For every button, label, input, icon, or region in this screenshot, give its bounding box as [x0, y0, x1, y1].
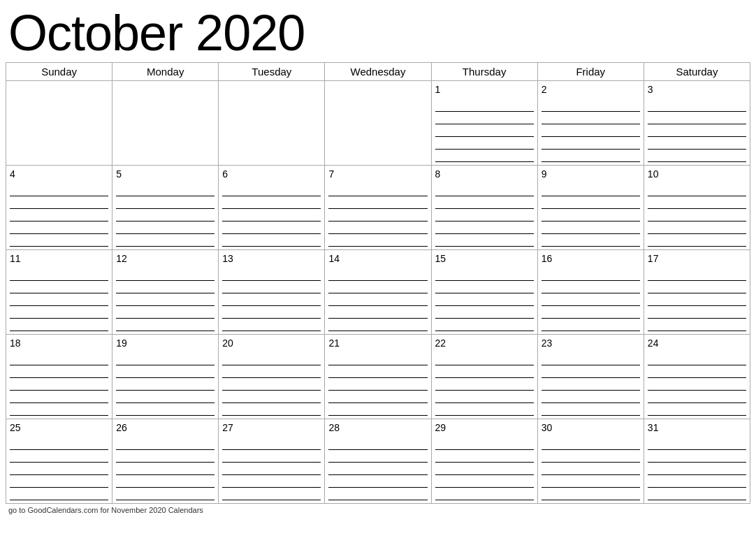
writing-line	[648, 306, 746, 319]
day-lines	[541, 184, 640, 247]
writing-line	[116, 475, 215, 488]
table-row[interactable]: 13	[219, 250, 325, 335]
table-row[interactable]: 24	[644, 335, 750, 419]
writing-line	[435, 391, 534, 403]
day-lines	[541, 437, 640, 500]
table-row[interactable]: 23	[537, 335, 644, 419]
writing-line	[541, 234, 640, 247]
writing-line	[10, 306, 108, 319]
writing-line	[10, 403, 108, 416]
table-row[interactable]: 10	[644, 166, 750, 250]
table-row[interactable]: 4	[6, 166, 112, 250]
table-row[interactable]: 19	[112, 335, 219, 419]
writing-line	[116, 196, 215, 209]
day-number: 25	[10, 422, 108, 433]
table-row[interactable]: 21	[325, 335, 431, 419]
day-lines	[328, 184, 427, 247]
table-row[interactable]: 31	[644, 419, 750, 504]
table-row[interactable]: 12	[112, 250, 219, 335]
writing-line	[116, 293, 215, 306]
header-wednesday: Wednesday	[325, 63, 431, 81]
day-number: 28	[328, 422, 427, 433]
writing-line	[328, 378, 427, 391]
writing-line	[116, 378, 215, 391]
day-lines	[10, 268, 108, 331]
writing-line	[328, 403, 427, 416]
writing-line	[648, 365, 746, 378]
writing-line	[222, 268, 321, 281]
writing-line	[648, 209, 746, 222]
writing-line	[328, 222, 427, 234]
writing-line	[541, 209, 640, 222]
writing-line	[222, 391, 321, 403]
table-row[interactable]: 9	[537, 166, 644, 250]
writing-line	[10, 234, 108, 247]
writing-line	[328, 319, 427, 331]
writing-line	[10, 319, 108, 331]
day-lines	[435, 268, 534, 331]
header-sunday: Sunday	[6, 63, 112, 81]
table-row[interactable]: 5	[112, 166, 219, 250]
writing-line	[541, 268, 640, 281]
table-row[interactable]: 17	[644, 250, 750, 335]
day-lines	[328, 353, 427, 416]
day-lines	[435, 99, 534, 162]
table-row[interactable]: 20	[219, 335, 325, 419]
writing-line	[648, 99, 746, 112]
writing-line	[648, 112, 746, 124]
writing-line	[328, 365, 427, 378]
writing-line	[435, 403, 534, 416]
table-row[interactable]	[325, 81, 431, 166]
writing-line	[648, 475, 746, 488]
writing-line	[648, 184, 746, 196]
table-row[interactable]: 30	[537, 419, 644, 504]
table-row[interactable]: 16	[537, 250, 644, 335]
table-row[interactable]: 6	[219, 166, 325, 250]
table-row[interactable]: 29	[431, 419, 537, 504]
writing-line	[10, 281, 108, 293]
writing-line	[648, 378, 746, 391]
writing-line	[328, 475, 427, 488]
table-row[interactable]: 22	[431, 335, 537, 419]
writing-line	[222, 306, 321, 319]
writing-line	[328, 450, 427, 463]
table-row[interactable]: 7	[325, 166, 431, 250]
header-monday: Monday	[112, 63, 219, 81]
table-row[interactable]	[112, 81, 219, 166]
writing-line	[116, 437, 215, 450]
footer-text: go to GoodCalendars.com for November 202…	[8, 506, 750, 514]
table-row[interactable]: 18	[6, 335, 112, 419]
day-lines	[222, 353, 321, 416]
table-row[interactable]: 2	[537, 81, 644, 166]
table-row[interactable]: 26	[112, 419, 219, 504]
day-lines	[648, 184, 746, 247]
writing-line	[435, 196, 534, 209]
table-row[interactable]: 15	[431, 250, 537, 335]
table-row[interactable]: 11	[6, 250, 112, 335]
writing-line	[648, 268, 746, 281]
writing-line	[541, 463, 640, 475]
writing-line	[541, 450, 640, 463]
writing-line	[435, 306, 534, 319]
writing-line	[541, 319, 640, 331]
table-row[interactable]: 3	[644, 81, 750, 166]
writing-line	[116, 488, 215, 500]
writing-line	[116, 463, 215, 475]
day-lines	[328, 437, 427, 500]
table-row[interactable]	[219, 81, 325, 166]
writing-line	[435, 293, 534, 306]
table-row[interactable]: 28	[325, 419, 431, 504]
table-row[interactable]: 25	[6, 419, 112, 504]
table-row[interactable]: 27	[219, 419, 325, 504]
table-row[interactable]: 8	[431, 166, 537, 250]
writing-line	[116, 353, 215, 365]
writing-line	[222, 293, 321, 306]
table-row[interactable]: 14	[325, 250, 431, 335]
writing-line	[10, 184, 108, 196]
table-row[interactable]: 1	[431, 81, 537, 166]
writing-line	[328, 184, 427, 196]
day-number: 16	[541, 253, 640, 264]
day-number: 7	[328, 168, 427, 180]
writing-line	[328, 463, 427, 475]
table-row[interactable]	[6, 81, 112, 166]
